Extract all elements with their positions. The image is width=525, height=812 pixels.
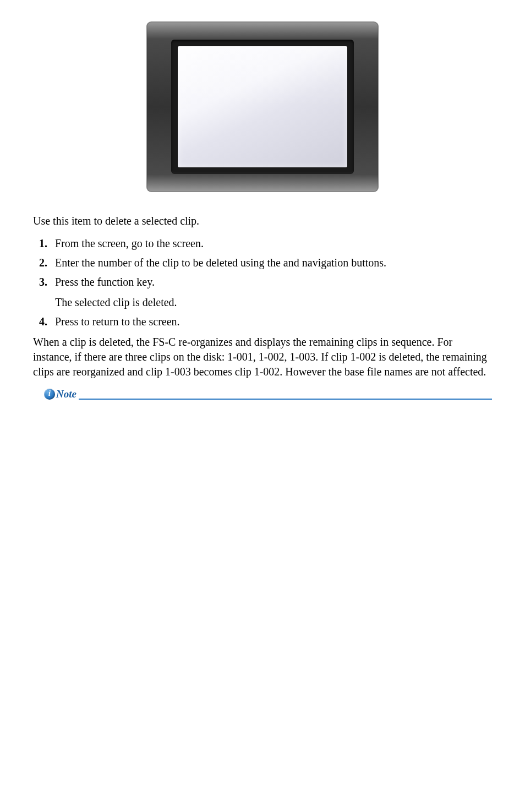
bezel-inner: [171, 40, 354, 174]
note-badge: i Note: [44, 387, 79, 401]
note-divider: [79, 399, 492, 400]
step-3: Press the function key.: [33, 275, 492, 290]
note-label: Note: [56, 387, 79, 401]
info-icon: i: [44, 389, 55, 400]
step-3-result: The selected clip is deleted.: [33, 295, 492, 310]
closing-paragraph: When a clip is deleted, the FS-C re-orga…: [33, 335, 492, 379]
procedure-list: From the screen, go to the screen. Enter…: [33, 236, 492, 290]
device-screen-illustration: [147, 22, 378, 192]
step-1: From the screen, go to the screen.: [33, 236, 492, 251]
intro-paragraph: Use this item to delete a selected clip.: [33, 214, 492, 228]
note-callout: i Note: [44, 387, 492, 401]
step-2: Enter the number of the clip to be delet…: [33, 255, 492, 270]
step-4: Press to return to the screen.: [33, 314, 492, 329]
bezel-outer: [147, 22, 378, 192]
lcd-screen: [178, 46, 347, 167]
procedure-list-cont: Press to return to the screen.: [33, 314, 492, 329]
